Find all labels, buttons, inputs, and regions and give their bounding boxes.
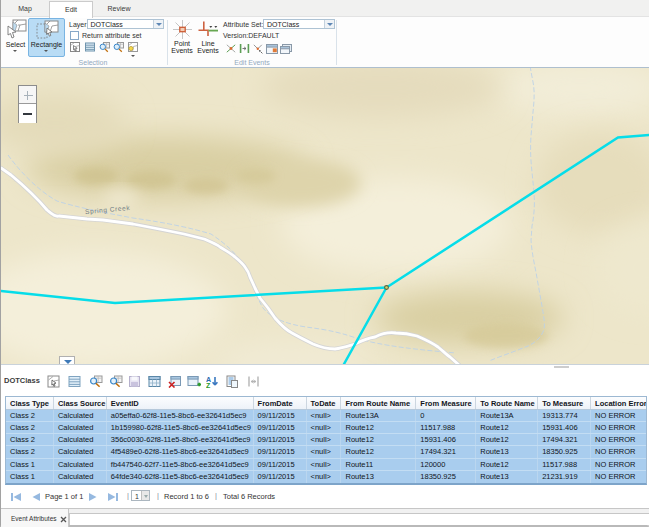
svg-text:Z: Z bbox=[206, 382, 211, 389]
